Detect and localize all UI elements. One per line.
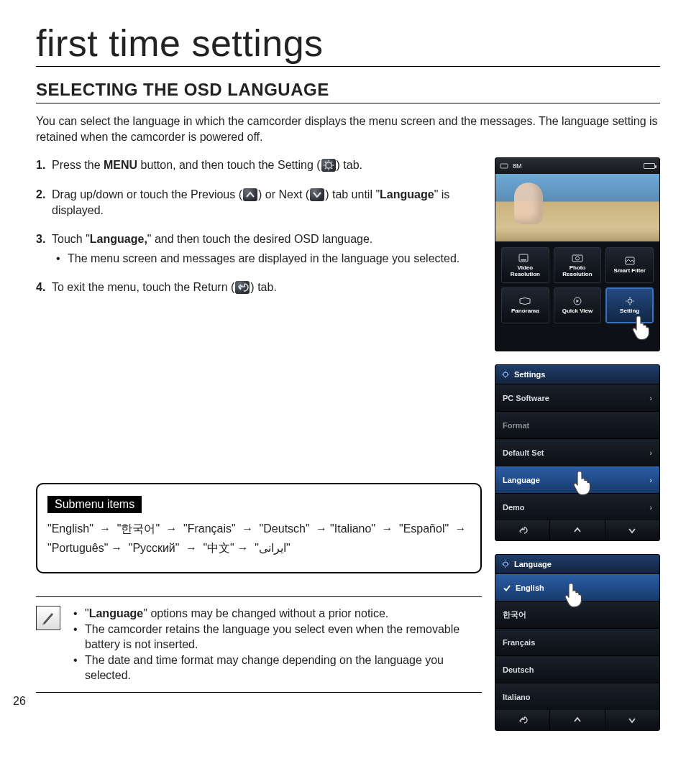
preview-image [495,174,659,241]
submenu-badge: Submenu items [47,496,142,513]
mode-label: 8M [513,162,522,170]
page-number: 26 [13,695,26,708]
submenu-item: 한국어 [121,522,155,535]
gear-icon [501,370,510,379]
svg-line-7 [331,162,331,162]
battery-icon [644,163,655,169]
text: button, and then touch the Setting ( [137,159,320,171]
note-icon [36,606,60,630]
bold: MENU [104,159,137,171]
gear-icon [501,560,510,568]
step-4: To exit the menu, touch the Return () ta… [36,280,482,295]
text: ) tab. [337,159,362,171]
previous-icon [243,188,257,201]
row-default-set[interactable]: Default Set› [495,438,659,466]
chevron-right-icon: › [649,394,652,402]
row-label: English [516,584,544,592]
svg-point-0 [325,162,331,168]
previous-button[interactable] [549,520,604,540]
menu-grid: Video Resolution Photo Resolution Smart … [495,241,659,329]
submenu-item: Italiano [334,522,372,535]
svg-line-5 [324,162,325,162]
screenshot-menu-grid: 8M Video Resolution Photo Resolution Sma… [495,157,660,351]
next-button[interactable] [605,520,659,540]
tile-panorama[interactable]: Panorama [501,287,549,323]
note-item: "Language" options may be changed withou… [70,606,482,622]
right-column: 8M Video Resolution Photo Resolution Sma… [495,157,660,731]
svg-rect-12 [572,255,582,262]
row-korean[interactable]: 한국어 [495,601,659,628]
steps-list: Press the MENU button, and then touch th… [36,157,482,295]
tile-label: Video Resolution [502,265,549,278]
submenu-item: English [52,522,89,535]
submenu-item: Français [188,522,232,535]
row-italiano[interactable]: Italiano [495,683,659,710]
row-deutsch[interactable]: Deutsch [495,655,659,683]
bold: Language [380,188,434,200]
svg-point-17 [628,299,632,303]
step-2: Drag up/down or touch the Previous () or… [36,187,482,219]
row-label: Format [503,421,529,430]
settings-list: PC Software› Format Default Set› Languag… [495,384,659,520]
row-label: Deutsch [503,665,534,674]
tile-smart-filter[interactable]: Smart Filter [605,247,654,283]
screenshot-settings-list: Settings PC Software› Format Default Set… [495,364,660,541]
row-format[interactable]: Format [495,411,659,438]
chevron-right-icon: › [649,448,652,457]
row-francais[interactable]: Français [495,628,659,655]
step-1: Press the MENU button, and then touch th… [36,157,482,173]
tile-photo-resolution[interactable]: Photo Resolution [554,247,602,283]
previous-button[interactable] [549,710,604,730]
submenu-item: ایرانی [259,542,286,554]
tile-label: Setting [620,308,639,315]
row-label: Language [503,476,540,484]
row-label: Demo [503,503,525,512]
svg-line-8 [324,168,325,169]
page-title: first time settings [36,22,660,67]
svg-point-22 [503,372,508,377]
text: ) or Next ( [258,188,309,200]
next-button[interactable] [605,710,659,730]
nav-bar [495,520,659,540]
row-demo[interactable]: Demo› [495,493,659,520]
gear-icon [321,159,336,172]
text: Press the [52,159,104,171]
chevron-right-icon: › [649,476,652,484]
submenu-item: Español [403,522,445,535]
row-label: 한국어 [503,609,526,620]
check-icon [503,584,511,592]
svg-point-27 [503,562,508,566]
tile-setting[interactable]: Setting [605,287,654,323]
screenshot-language-list: Language English 한국어 Français Deutsch It… [495,554,660,731]
return-button[interactable] [495,520,549,540]
note-box: "Language" options may be changed withou… [36,596,482,693]
svg-rect-9 [500,164,508,168]
pane-header: Settings [495,365,659,384]
tile-label: Smart Filter [613,268,645,275]
row-english[interactable]: English [495,573,659,601]
submenu-flow: "English" → "한국어" → "Français" → "Deutsc… [47,519,470,558]
return-icon [235,281,250,294]
submenu-box: Submenu items "English" → "한국어" → "Franç… [36,483,482,573]
pane-title: Language [514,560,552,568]
nav-bar [495,710,659,730]
left-column: Press the MENU button, and then touch th… [36,157,482,731]
return-button[interactable] [495,710,549,730]
submenu-item: 中文 [207,542,230,554]
tile-label: Quick View [562,308,593,315]
row-pc-software[interactable]: PC Software› [495,384,659,411]
svg-line-6 [331,168,331,169]
bold: Language, [90,233,147,245]
step-3: Touch "Language," and then touch the des… [36,231,482,267]
chevron-right-icon: › [649,503,652,512]
tile-video-resolution[interactable]: Video Resolution [501,247,549,283]
tile-quick-view[interactable]: Quick View [554,287,602,323]
svg-point-13 [575,257,579,260]
submenu-item: Русский [132,542,175,554]
text: Touch " [52,233,90,245]
note-item: The camcorder retains the language you s… [70,622,482,652]
row-language[interactable]: Language› [495,466,659,493]
status-bar: 8M [495,158,659,174]
svg-marker-16 [576,300,579,303]
note-list: "Language" options may be changed withou… [70,606,482,683]
